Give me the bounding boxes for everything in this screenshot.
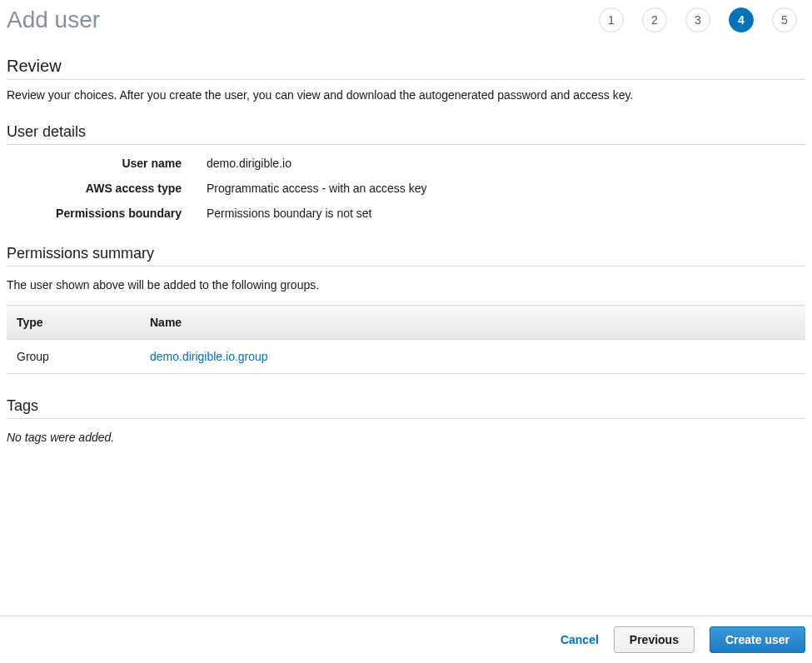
tags-empty-text: No tags were added.: [7, 431, 805, 444]
step-2[interactable]: 2: [642, 7, 667, 32]
group-link[interactable]: demo.dirigible.io.group: [150, 350, 268, 363]
step-5[interactable]: 5: [772, 7, 797, 32]
tags-heading: Tags: [7, 397, 805, 419]
permissions-summary-heading: Permissions summary: [7, 245, 805, 267]
page-title: Add user: [7, 7, 100, 33]
previous-button[interactable]: Previous: [614, 626, 695, 653]
create-user-button[interactable]: Create user: [710, 626, 805, 653]
step-4[interactable]: 4: [729, 7, 754, 32]
detail-value-permissions-boundary: Permissions boundary is not set: [207, 207, 805, 220]
step-3[interactable]: 3: [685, 7, 710, 32]
permissions-summary-description: The user shown above will be added to th…: [7, 278, 805, 292]
cell-type: Group: [7, 340, 140, 374]
permissions-table: Type Name Group demo.dirigible.io.group: [7, 305, 805, 374]
user-details-heading: User details: [7, 123, 805, 145]
detail-value-access-type: Programmatic access - with an access key: [207, 182, 805, 195]
cancel-button[interactable]: Cancel: [560, 633, 599, 646]
column-header-type[interactable]: Type: [7, 306, 140, 340]
review-heading: Review: [7, 57, 805, 80]
detail-label-username: User name: [7, 157, 207, 170]
table-row: Group demo.dirigible.io.group: [7, 340, 805, 374]
review-description: Review your choices. After you create th…: [7, 88, 805, 102]
detail-label-permissions-boundary: Permissions boundary: [7, 207, 207, 220]
wizard-footer: Cancel Previous Create user: [0, 616, 812, 663]
column-header-name[interactable]: Name: [140, 306, 805, 340]
cell-name: demo.dirigible.io.group: [140, 340, 805, 374]
detail-value-username: demo.dirigible.io: [207, 157, 805, 170]
wizard-stepper: 1 2 3 4 5: [599, 7, 805, 32]
step-1[interactable]: 1: [599, 7, 624, 32]
detail-label-access-type: AWS access type: [7, 182, 207, 195]
user-details-grid: User name demo.dirigible.io AWS access t…: [7, 157, 805, 220]
table-header-row: Type Name: [7, 306, 805, 340]
